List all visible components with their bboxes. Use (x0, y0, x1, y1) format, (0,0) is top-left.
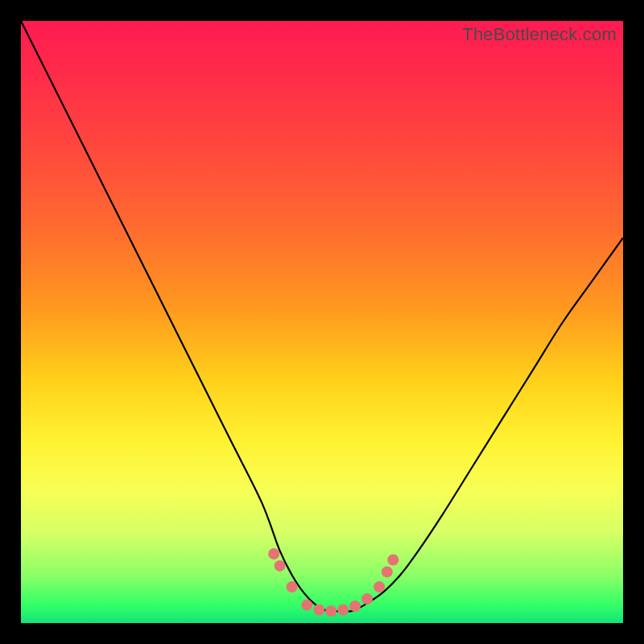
curve-marker (275, 560, 286, 572)
curve-marker (301, 600, 312, 611)
curve-marker (349, 601, 361, 612)
curve-marker (387, 555, 398, 566)
curve-marker (374, 581, 385, 592)
curve-layer (21, 21, 623, 623)
curve-marker (361, 593, 373, 605)
curve-marker (325, 605, 336, 617)
curve-marker (313, 605, 324, 616)
curve-marker (337, 605, 349, 616)
curve-marker (382, 566, 393, 577)
curve-marker (287, 581, 298, 592)
plot-area: TheBottleneck.com (21, 21, 623, 623)
chart-frame: TheBottleneck.com (0, 0, 644, 644)
bottleneck-curve (21, 21, 623, 612)
curve-marker (268, 548, 279, 559)
curve-markers (268, 548, 398, 617)
